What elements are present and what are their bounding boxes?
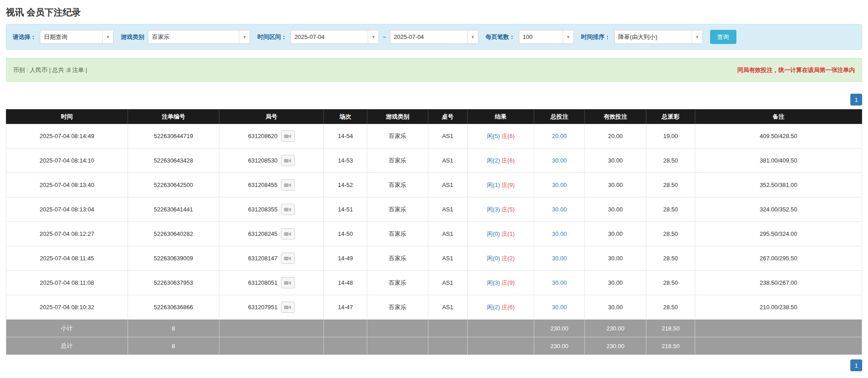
cell-remark: 295.50/324.00 [695,222,862,246]
cell-time: 2025-07-04 08:11:08 [6,271,128,295]
result-player: 闲(2) [487,304,500,311]
cell-result: 闲(3) 庄(5) [467,197,534,222]
cell-bet-id: 522630639009 [128,246,219,271]
result-banker: 庄(5) [502,206,515,213]
chevron-down-icon[interactable]: ▼ [368,30,379,43]
cell-table-no: AS1 [428,222,467,246]
cell-bet-id: 522630643428 [128,148,219,173]
footer-empty-cell [367,337,428,355]
cell-total-bet: 30.00 [534,222,585,246]
chevron-down-icon[interactable]: ▼ [102,30,113,43]
result-player: 闲(1) [487,182,500,188]
cell-total-bet: 30.00 [534,271,585,295]
page: 视讯 会员下注纪录 请选择： 日期查询 ▼ 游戏类别 百家乐 ▼ 时间区间： 2… [0,0,868,378]
cell-session: 14-54 [323,124,367,148]
video-replay-button[interactable] [281,179,295,191]
page-button-1[interactable]: 1 [850,94,862,105]
chevron-down-icon[interactable]: ▼ [239,30,250,43]
video-replay-button[interactable] [281,301,295,313]
video-camera-icon [284,231,291,237]
cell-payout: 28.50 [646,173,695,197]
cell-remark: 238.50/267.00 [695,271,862,295]
chevron-down-icon[interactable]: ▼ [692,30,702,43]
cell-remark: 210.00/238.50 [695,295,862,320]
cell-result: 闲(0) 庄(2) [467,246,534,271]
cell-round-id: 631208455 [219,173,324,197]
video-replay-button[interactable] [281,130,295,142]
footer-empty-cell [367,320,428,337]
round-id-text: 631208355 [248,206,277,213]
result-banker: 庄(9) [502,182,515,188]
result-player: 闲(2) [487,157,500,164]
search-button[interactable]: 查询 [710,30,736,44]
cell-round-id: 631207951 [219,295,324,320]
page-button-1[interactable]: 1 [850,359,862,371]
cell-round-id: 631208620 [219,124,324,148]
cell-game-type: 百家乐 [367,222,428,246]
cell-game-type: 百家乐 [367,271,428,295]
query-type-value: 日期查询 [40,33,102,41]
result-banker: 庄(6) [502,157,515,164]
col-header-remark: 备注 [695,110,862,124]
footer-empty-cell [467,337,534,355]
total-valid-bet: 230.00 [584,337,646,355]
cell-valid-bet: 30.00 [584,246,646,271]
video-replay-button[interactable] [281,253,295,264]
total-bet-link[interactable]: 30.00 [552,182,567,188]
total-bet-link[interactable]: 20.00 [552,133,567,139]
date-to-select[interactable]: 2025-07-04 ▼ [390,30,479,44]
round-id-text: 631208245 [248,230,277,237]
cell-result: 闲(3) 庄(9) [467,271,534,295]
cell-table-no: AS1 [428,246,467,271]
cell-table-no: AS1 [428,148,467,173]
table-row: 2025-07-04 08:12:27 522630640282 6312082… [6,222,862,246]
query-type-select[interactable]: 日期查询 ▼ [40,30,114,44]
video-replay-button[interactable] [281,228,295,239]
round-id-text: 631208051 [248,279,277,286]
cell-table-no: AS1 [428,173,467,197]
video-replay-button[interactable] [281,155,295,166]
result-player: 闲(0) [487,230,500,237]
cell-payout: 28.50 [646,295,695,320]
chevron-down-icon[interactable]: ▼ [563,30,574,43]
total-bet-link[interactable]: 30.00 [552,255,567,262]
subtotal-count: 8 [128,320,219,337]
cell-session: 14-52 [323,173,367,197]
cell-bet-id: 522630636866 [128,295,219,320]
round-id-text: 631208455 [248,182,277,188]
total-bet-link[interactable]: 30.00 [552,157,567,164]
total-bet-link[interactable]: 30.00 [552,279,567,286]
subtotal-label: 小计 [6,320,128,337]
cell-total-bet: 30.00 [534,295,585,320]
chevron-down-icon[interactable]: ▼ [467,30,478,43]
cell-session: 14-53 [323,148,367,173]
currency-summary-text: 币别 : 人民币 | 总共 :8 注单 | [13,66,87,74]
cell-remark: 381.00/409.50 [695,148,862,173]
subtotal-total-bet: 230.00 [534,320,585,337]
video-camera-icon [284,182,291,188]
footer-empty-cell [695,320,862,337]
time-sort-select[interactable]: 降幂(由大到小) ▼ [614,30,703,44]
cell-time: 2025-07-04 08:11:45 [6,246,128,271]
date-from-select[interactable]: 2025-07-04 ▼ [290,30,379,44]
cell-bet-id: 522630637953 [128,271,219,295]
total-bet-link[interactable]: 30.00 [552,304,567,311]
page-size-select[interactable]: 100 ▼ [519,30,574,44]
video-replay-button[interactable] [281,277,295,288]
result-player: 闲(3) [487,279,500,286]
summary-bar: 币别 : 人民币 | 总共 :8 注单 | 同局有效投注，统一计算在该局第一张注… [6,58,862,82]
cell-time: 2025-07-04 08:10:32 [6,295,128,320]
total-bet-link[interactable]: 30.00 [552,230,567,237]
game-type-select[interactable]: 百家乐 ▼ [148,30,250,44]
video-camera-icon [284,134,291,139]
total-label: 总计 [6,337,128,355]
total-bet-link[interactable]: 30.00 [552,206,567,213]
cell-valid-bet: 20.00 [584,124,646,148]
video-replay-button[interactable] [281,204,295,215]
col-header-round-id: 局号 [219,110,324,124]
cell-result: 闲(2) 庄(6) [467,148,534,173]
footer-empty-cell [323,337,367,355]
total-count: 8 [128,337,219,355]
footer-empty-cell [219,320,324,337]
table-row: 2025-07-04 08:11:45 522630639009 6312081… [6,246,862,271]
